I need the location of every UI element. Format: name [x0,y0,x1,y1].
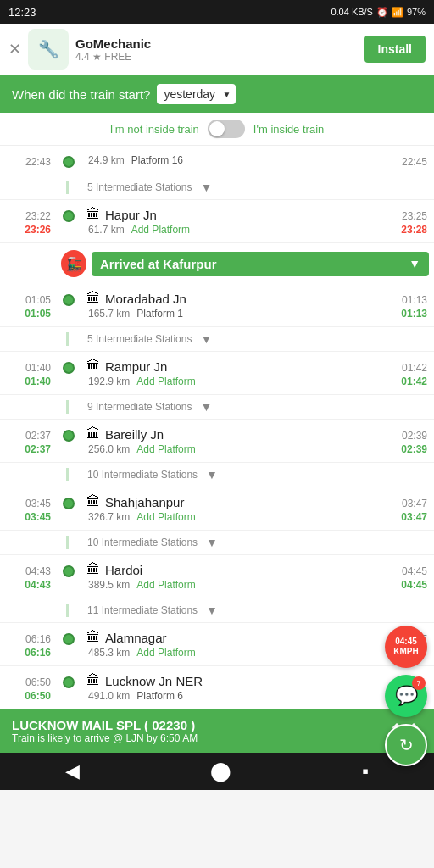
timeline-dot-col [56,207,81,222]
intermediate-stations-row: 10 Intermediate Stations▼ [0,531,434,555]
station-info: 🏛Alamnagar485.3 kmAdd Platform [81,630,387,659]
station-distance: 165.7 km [88,308,130,320]
actual-arrival: 01:42 [401,376,427,387]
departure-time-col: 06:5006:50 [0,673,56,702]
timeline-dot-col [56,359,81,374]
back-nav-icon[interactable]: ◀ [65,760,80,782]
table-row: 04:4304:43🏛Hardoi389.5 kmAdd Platform04:… [0,555,434,598]
ad-banner: ✕ 🔧 GoMechanic 4.4 ★ FREE Install [0,24,434,75]
station-meta: 192.9 kmAdd Platform [86,376,387,387]
table-row: 22:4324.9 kmPlatform 1622:45 [0,146,434,175]
departure-time-col: 04:4304:43 [0,562,56,591]
platform-label[interactable]: Add Platform [136,376,195,387]
recents-nav-icon[interactable]: ▪ [362,760,369,782]
station-name: Hapur Jn [105,208,157,222]
station-building-icon: 🏛 [86,562,100,577]
departure-time-col: 01:4001:40 [0,359,56,387]
table-row: 03:4503:45🏛Shahjahanpur326.7 kmAdd Platf… [0,487,434,531]
train-start-select[interactable]: yesterday today [157,84,236,104]
arrival-time-col: 01:1301:13 [387,291,434,320]
intermediate-expand-icon[interactable]: ▼ [200,181,212,194]
departure-time-col: 03:4503:45 [0,494,56,523]
station-dot [63,294,75,306]
inside-label: I'm inside train [253,123,324,136]
station-info: 🏛Moradabad Jn165.7 kmPlatform 1 [81,291,387,320]
departure-time-col: 22:43 [0,153,56,168]
intermediate-expand-icon[interactable]: ▼ [206,468,218,481]
platform-label[interactable]: Add Platform [136,511,195,523]
station-meta: 24.9 kmPlatform 16 [86,154,387,166]
platform-label[interactable]: Add Platform [131,224,190,236]
inside-train-toggle[interactable] [208,120,245,138]
station-dot [63,430,75,442]
arrival-time-col: 22:45 [387,153,434,168]
station-building-icon: 🏛 [86,359,100,374]
platform-label[interactable]: Add Platform [136,647,195,659]
intermediate-stations-label: 10 Intermediate Stations [87,537,198,548]
navigation-bar: ◀ ⬤ ▪ [0,753,434,790]
whatsapp-fab[interactable]: 💬7 [385,675,427,717]
station-dot [63,565,75,577]
intermediate-stations-label: 5 Intermediate Stations [87,333,192,345]
intermediate-expand-icon[interactable]: ▼ [206,536,218,549]
train-timeline: 22:4324.9 kmPlatform 1622:455 Intermedia… [0,146,434,709]
station-list: 22:4324.9 kmPlatform 1622:455 Intermedia… [0,146,434,709]
scheduled-arrival: 23:25 [402,210,427,222]
scheduled-arrival: 01:13 [402,294,427,306]
train-start-dropdown-wrapper[interactable]: yesterday today ▼ [157,84,236,104]
ad-logo-icon: 🔧 [28,29,69,70]
scheduled-departure: 23:22 [25,210,51,222]
intermediate-expand-icon[interactable]: ▼ [200,332,212,346]
current-station-chevron-icon[interactable]: ▼ [409,257,420,270]
ad-install-button[interactable]: Install [364,36,426,63]
station-distance: 485.3 km [88,647,130,659]
platform-label[interactable]: Add Platform [136,443,195,455]
table-row: 23:2223:26🏛Hapur Jn61.7 kmAdd Platform23… [0,200,434,243]
station-building-icon: 🏛 [86,207,100,222]
table-row: 01:4001:40🏛Rampur Jn192.9 kmAdd Platform… [0,352,434,395]
station-name: Bareilly Jn [105,427,164,442]
ad-title: GoMechanic [75,36,358,51]
scheduled-arrival: 02:39 [402,430,427,442]
kmph-fab[interactable]: 04:45KMPH [385,626,427,668]
ad-close-icon[interactable]: ✕ [8,40,21,58]
station-info: 🏛Hardoi389.5 kmAdd Platform [81,562,387,591]
station-meta: 485.3 kmAdd Platform [86,647,387,659]
station-meta: 256.0 kmAdd Platform [86,443,387,455]
station-name: Alamnagar [105,631,167,645]
station-building-icon: 🏛 [86,673,100,688]
station-info: 🏛Shahjahanpur326.7 kmAdd Platform [81,494,387,523]
station-building-icon: 🏛 [86,494,100,509]
refresh-fab[interactable]: ↻ [385,724,427,766]
station-name: Moradabad Jn [105,292,186,306]
home-nav-icon[interactable]: ⬤ [210,760,231,782]
station-meta: 491.0 kmPlatform 6 [86,690,387,702]
intermediate-stations-label: 9 Intermediate Stations [87,401,192,413]
intermediate-expand-icon[interactable]: ▼ [206,604,218,617]
scheduled-arrival: 01:42 [402,362,427,374]
intermediate-expand-icon[interactable]: ▼ [200,400,212,414]
station-meta: 61.7 kmAdd Platform [86,224,387,236]
not-inside-label: I'm not inside train [110,123,199,136]
timeline-dot-col [56,562,81,577]
station-building-icon: 🏛 [86,426,100,442]
actual-departure: 02:37 [25,443,51,455]
platform-label: Platform 1 [136,308,183,320]
actual-departure: 06:16 [25,647,51,659]
actual-departure: 04:43 [25,579,51,591]
table-row: 01:0501:05🏛Moradabad Jn165.7 kmPlatform … [0,284,434,327]
intermediate-stations-row: 5 Intermediate Stations▼ [0,175,434,200]
scheduled-arrival: 22:45 [402,156,427,168]
station-name: Lucknow Jn NER [105,674,203,688]
scheduled-departure: 02:37 [25,430,51,442]
train-start-bar: When did the train start? yesterday toda… [0,75,434,113]
scheduled-arrival: 04:45 [402,565,427,577]
station-dot [63,498,75,509]
platform-label[interactable]: Add Platform [136,579,195,591]
station-name: Hardoi [105,563,142,577]
current-station-dot: 🚂 [61,250,86,277]
actual-arrival: 03:47 [401,511,427,523]
station-info: 🏛Hapur Jn61.7 kmAdd Platform [81,207,387,236]
intermediate-stations-row: 9 Intermediate Stations▼ [0,395,434,420]
data-speed: 0.04 KB/S [331,7,373,17]
